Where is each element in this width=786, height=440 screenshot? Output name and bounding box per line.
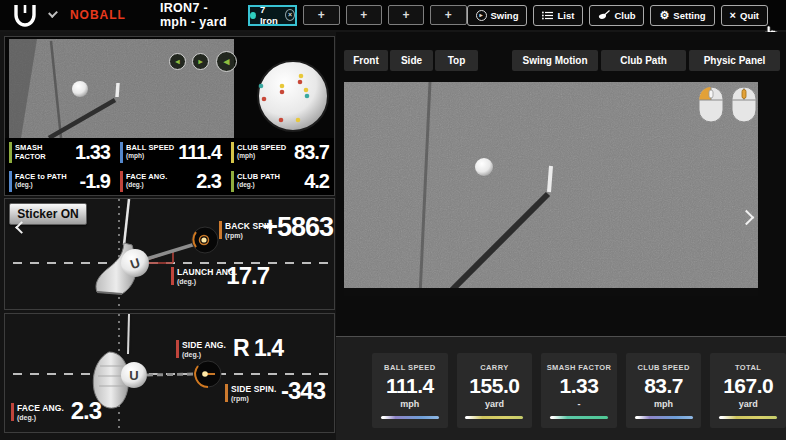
stat-smash-factor: SMASHFACTOR 1.33 xyxy=(5,138,115,166)
side-view-panel: U SIDE ANG.(deg.) R 1.4 SIDE SPIN.(rpm) … xyxy=(4,313,335,433)
page-title: IRON7 - mph - yard xyxy=(160,1,238,29)
backspin-indicator-icon xyxy=(192,227,218,253)
ball-closeup-view xyxy=(256,59,330,133)
impact-panel: ◂ ▸ ◂ SMASHFACTOR 1.33 BALL SPEED(mph) 1… xyxy=(4,36,335,196)
launch-angle-value: 17.7 xyxy=(217,262,269,290)
side-angle-value: R 1.4 xyxy=(225,335,283,362)
list-icon xyxy=(542,11,553,20)
mouse-left-click-icon xyxy=(698,86,724,123)
uneekor-logo-icon[interactable] xyxy=(12,4,38,27)
add-club-tab-button-1[interactable]: + xyxy=(303,5,339,25)
gear-icon: ⚙ xyxy=(659,10,669,21)
tab-close-icon[interactable]: × xyxy=(285,9,295,21)
club-tab-dot-icon xyxy=(250,12,256,19)
summary-card-ball-speed: BALL SPEED 111.4 mph xyxy=(372,353,448,428)
tab-side[interactable]: Side xyxy=(390,50,433,71)
noball-status: NOBALL xyxy=(70,8,126,22)
back-spin-value: +5863 xyxy=(253,212,333,243)
frame-forward-button[interactable]: ▸ xyxy=(192,53,209,70)
tab-swing-motion[interactable]: Swing Motion xyxy=(512,50,598,71)
side-spin-value: -343 xyxy=(269,377,325,405)
side-angle-stat: SIDE ANG.(deg.) xyxy=(176,340,226,358)
tab-front[interactable]: Front xyxy=(344,50,388,71)
summary-card-club-speed: CLUB SPEED 83.7 mph xyxy=(626,353,702,428)
golf-club-icon xyxy=(598,10,610,20)
face-angle-value: 2.3 xyxy=(53,397,101,425)
play-circle-icon: ▸ xyxy=(476,10,487,21)
session-dropdown-chevron-icon[interactable] xyxy=(48,8,58,18)
svg-text:U: U xyxy=(129,368,138,383)
stat-club-path: CLUB PATH(deg.) 4.2 xyxy=(227,167,334,195)
summary-card-carry: CARRY 155.0 yard xyxy=(457,353,533,428)
swing-button[interactable]: ▸ Swing xyxy=(467,5,528,26)
tab-top[interactable]: Top xyxy=(435,50,478,71)
add-club-tab-button-2[interactable]: + xyxy=(346,5,382,25)
top-bar: NOBALL IRON7 - mph - yard 7 Iron × + + +… xyxy=(0,0,786,32)
add-club-tab-button-4[interactable]: + xyxy=(430,5,466,25)
setting-button[interactable]: ⚙ Setting xyxy=(650,5,714,26)
add-club-tab-button-3[interactable]: + xyxy=(388,5,424,25)
club-button[interactable]: Club xyxy=(589,5,644,26)
close-icon: × xyxy=(730,10,736,21)
list-button[interactable]: List xyxy=(533,5,583,26)
tab-club-path[interactable]: Club Path xyxy=(601,50,686,71)
summary-card-total: TOTAL 167.0 yard xyxy=(710,353,786,428)
quit-button[interactable]: × Quit xyxy=(721,5,768,26)
frame-rewind-button[interactable]: ◂ xyxy=(216,51,237,72)
main-camera-view[interactable] xyxy=(344,82,758,296)
shot-summary-panel: BALL SPEED 111.4 mph CARRY 155.0 yard SM… xyxy=(336,336,786,440)
summary-card-smash-factor: SMASH FACTOR 1.33 - xyxy=(541,353,617,428)
tab-7-iron[interactable]: 7 Iron × xyxy=(248,5,297,26)
impact-stats-grid: SMASHFACTOR 1.33 BALL SPEED(mph) 111.4 C… xyxy=(5,138,334,195)
club-tab-label: 7 Iron xyxy=(260,4,281,26)
stat-club-speed: CLUB SPEED(mph) 83.7 xyxy=(227,138,334,166)
stat-face-to-path: FACE to PATH(deg.) -1.9 xyxy=(5,167,115,195)
launch-view-panel: U Sticker ON BACK SPIN(rpm) +5863 LAUNCH… xyxy=(4,198,335,310)
sidespin-indicator-icon xyxy=(195,361,221,387)
frame-back-button[interactable]: ◂ xyxy=(169,53,186,70)
stat-face-angle: FACE ANG.(deg.) 2.3 xyxy=(116,167,226,195)
tab-physic-panel[interactable]: Physic Panel xyxy=(689,50,780,71)
mouse-wheel-icon xyxy=(731,86,757,123)
stat-ball-speed: BALL SPEED(mph) 111.4 xyxy=(116,138,226,166)
